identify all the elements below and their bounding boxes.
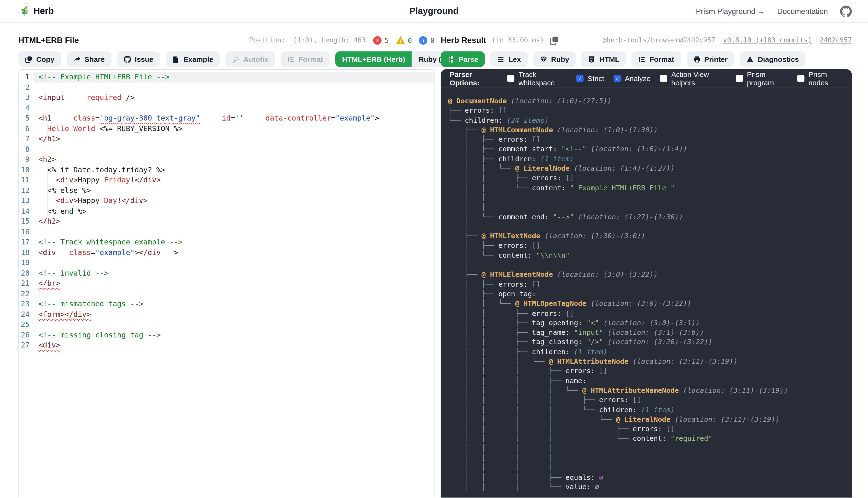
parse-button[interactable]: Parse: [441, 51, 485, 67]
tree-row: │ │: [448, 202, 847, 212]
issue-button[interactable]: Issue: [117, 51, 160, 67]
file-icon: [172, 56, 180, 63]
line-number: 21: [19, 278, 34, 289]
code-line: </h1>: [34, 134, 434, 144]
position-value: (1:0), Length: 463: [293, 36, 366, 44]
autofix-button[interactable]: Autofix: [225, 51, 275, 67]
indent-icon: [287, 56, 294, 63]
code-line: </br>: [34, 278, 434, 289]
line-number: 5: [19, 113, 34, 124]
code-editor[interactable]: 1234567891011121314151617181920212223242…: [18, 69, 435, 498]
format-result-button[interactable]: Format: [632, 51, 681, 67]
main-columns: HTML+ERB File Position: (1:0), Length: 4…: [0, 23, 868, 498]
line-number: 10: [19, 165, 34, 175]
checkbox-prism-program[interactable]: Prism program: [736, 70, 788, 87]
tree-row: │ │ └── content: " Example HTML+ERB File…: [448, 183, 847, 193]
line-number: 17: [19, 237, 34, 247]
line-number: 22: [19, 289, 34, 299]
gem-icon: [540, 56, 547, 63]
tree-row: │ │ └── @ HTMLOpenTagNode (location: (3:…: [448, 299, 847, 308]
tree-row: └── children: (24 items): [448, 115, 847, 125]
tree-row: │ │ │ ├── errors: []: [448, 366, 847, 376]
tree-row: │ │ ├── tag_closing: "/>" (location: (3:…: [448, 337, 847, 347]
code-line: <!-- Track whitespace example -->: [34, 237, 434, 247]
warn-icon: [747, 56, 754, 63]
line-number: 3: [19, 92, 34, 103]
tree-row: │ ├── errors: []: [448, 134, 847, 144]
result-pane: Herb Result (in 33.00 ms) @herb-tools/br…: [441, 23, 852, 498]
code-line: [34, 103, 434, 113]
error-count-badge: ✕ 5: [373, 36, 389, 44]
top-header: Herb Playground Prism Playground → Docum…: [0, 0, 868, 23]
herb-playground-page: Herb Playground Prism Playground → Docum…: [0, 0, 868, 498]
example-button[interactable]: Example: [166, 51, 220, 67]
left-panel-title: HTML+ERB File: [18, 36, 79, 44]
warning-icon: !: [396, 36, 405, 44]
diagnostics-button[interactable]: Diagnostics: [740, 51, 806, 67]
printer-button[interactable]: Printer: [686, 51, 734, 67]
tree-row: ├── @ HTMLElementNode (location: (3:0)-(…: [448, 270, 847, 279]
github-icon: [124, 56, 131, 63]
code-line: <!-- Example HTML+ERB File -->: [34, 72, 434, 82]
checkbox-track-whitespace[interactable]: Track whitespace: [507, 70, 567, 87]
format-button[interactable]: Format: [281, 51, 330, 67]
tree-row: │: [448, 221, 847, 231]
github-icon[interactable]: [840, 5, 852, 17]
version-link[interactable]: v0.8.10 (+183 commits): [723, 36, 812, 44]
indent-icon: [639, 56, 646, 63]
tree-row: │ │: [448, 193, 847, 202]
line-number: 24: [19, 310, 34, 320]
code-line: <div class="example"></div >: [34, 247, 434, 258]
code-line: <div>Happy Day!</div>: [34, 196, 434, 206]
tree-row: │ │ │ │ └── @ HTMLAttributeNameNode (loc…: [448, 385, 847, 395]
share-button[interactable]: Share: [67, 51, 111, 67]
lex-button[interactable]: Lex: [490, 51, 528, 67]
tab-html-erb-herb[interactable]: HTML+ERB (Herb): [335, 51, 412, 67]
line-number-gutter: 1234567891011121314151617181920212223242…: [19, 70, 34, 498]
tree-row: │ │ ├── errors: []: [448, 173, 847, 183]
package-version-text: @herb-tools/browser@2402c957: [603, 36, 715, 44]
nav-prism-playground[interactable]: Prism Playground →: [696, 7, 765, 15]
line-number: 18: [19, 247, 34, 258]
code-line: <!-- invalid -->: [34, 268, 434, 278]
html-button[interactable]: HTML: [581, 51, 626, 67]
line-number: 16: [19, 227, 34, 237]
code-line: [34, 320, 434, 330]
right-panel-title: Herb Result: [441, 36, 486, 44]
tree-row: ├── @ HTMLTextNode (location: (1:30)-(3:…: [448, 231, 847, 240]
commit-link[interactable]: 2402c957: [819, 36, 852, 44]
checkbox-strict[interactable]: ✓Strict: [576, 74, 604, 83]
ruby-button[interactable]: Ruby: [533, 51, 576, 67]
code-area[interactable]: <!-- Example HTML+ERB File --><input req…: [34, 70, 434, 498]
tree-row: │ │ │ └── @ HTMLAttributeNode (location:…: [448, 356, 847, 366]
checkbox-action-view-helpers[interactable]: Action View helpers: [660, 70, 726, 87]
error-icon: ✕: [373, 36, 382, 44]
tree-row: │ ├── errors: []: [448, 240, 847, 250]
tree-row: │ │ ├── tag_opening: "<" (location: (3:0…: [448, 318, 847, 327]
indent-guide: [56, 196, 56, 206]
checked-checkbox-icon: ✓: [576, 75, 583, 82]
line-number: 8: [19, 144, 34, 155]
unchecked-checkbox-icon: [797, 75, 804, 82]
checkbox-prism-nodes[interactable]: Prism nodes: [797, 70, 843, 87]
line-number: 2: [19, 82, 34, 92]
checkbox-analyze[interactable]: ✓Analyze: [614, 74, 650, 83]
info-icon: i: [419, 36, 428, 44]
tree-row: │ └── content: "\\n\\n": [448, 250, 847, 260]
tree-row: │ ├── comment_start: "<!--" (location: (…: [448, 144, 847, 154]
tree-row: │ │ ├── tag_name: "input" (location: (3:…: [448, 328, 847, 337]
line-number: 13: [19, 196, 34, 206]
line-number: 9: [19, 155, 34, 165]
copy-result-button[interactable]: [550, 36, 559, 45]
line-number: 11: [19, 175, 34, 185]
html-icon: [588, 56, 595, 63]
wand-icon: [232, 56, 239, 63]
parse-tree[interactable]: @ DocumentNode (location: (1:0)-(27:5))├…: [441, 88, 852, 498]
tree-row: │ │ │ │: [448, 462, 847, 472]
nav-documentation[interactable]: Documentation: [777, 7, 828, 15]
checked-checkbox-icon: ✓: [614, 75, 621, 82]
tree-row: │ ├── open_tag:: [448, 289, 847, 299]
line-number: 23: [19, 299, 34, 310]
copy-icon: [25, 56, 32, 63]
copy-button[interactable]: Copy: [18, 51, 61, 67]
